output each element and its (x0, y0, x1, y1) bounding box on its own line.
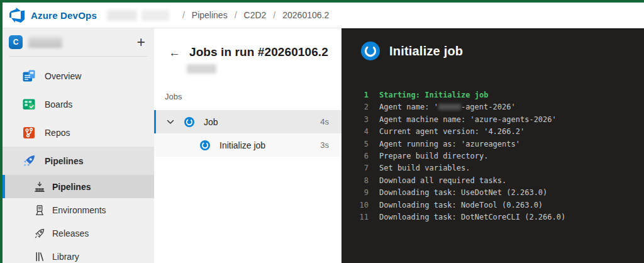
breadcrumb-pipelines[interactable]: Pipelines (192, 10, 228, 20)
job-label: Initialize job (219, 140, 265, 150)
top-bar: Azure DevOps / Pipelines / C2D2 / 202601… (3, 3, 644, 28)
sidebar-item-label: Overview (45, 71, 81, 81)
log-line: 8 Download all required tasks. (341, 175, 644, 187)
jobs-run-panel: ← Jobs in run #20260106.2 Jobs Job 4s (154, 28, 341, 263)
line-text: Downloading task: NodeTool (0.263.0) (379, 199, 543, 211)
azure-devops-logo-icon[interactable] (9, 8, 25, 23)
log-line: 11 Downloading task: DotNetCoreCLI (2.26… (341, 211, 644, 223)
project-avatar[interactable]: C (9, 35, 23, 49)
line-text: Downloading task: DotNetCoreCLI (2.266.0… (379, 211, 565, 223)
job-duration: 4s (320, 117, 341, 126)
sidebar-item-repos[interactable]: Repos (3, 118, 154, 147)
log-output[interactable]: 1 Starting: Initialize job 2 Agent name:… (341, 89, 644, 223)
breadcrumb-separator: / (266, 10, 282, 20)
repos-icon (21, 125, 36, 140)
log-line: 6 Prepare build directory. (341, 150, 644, 162)
log-panel: Initialize job 1 Starting: Initialize jo… (341, 28, 644, 263)
line-text: Download all required tasks. (379, 175, 506, 187)
sidebar-item-label: Boards (45, 99, 72, 109)
sidebar-subitem-label: Releases (52, 228, 89, 238)
breadcrumb-separator: / (228, 10, 244, 20)
capture-frame-left (0, 0, 3, 263)
sidebar-item-label: Pipelines (45, 156, 83, 166)
line-number: 8 (341, 175, 369, 187)
pipelines-rocket-icon (21, 154, 36, 169)
breadcrumb-pipeline-name[interactable]: C2D2 (244, 10, 267, 20)
redacted-agent-name (438, 104, 461, 110)
sidebar-subitem-label: Pipelines (52, 182, 91, 192)
line-number: 6 (341, 150, 369, 162)
line-number: 11 (341, 211, 369, 223)
pipelines-subnav-icon (34, 181, 45, 193)
job-status-icon (200, 140, 210, 150)
log-line: 9 Downloading task: UseDotNet (2.263.0) (341, 187, 644, 199)
line-text: Starting: Initialize job (379, 89, 488, 101)
sidebar-item-boards[interactable]: Boards (3, 90, 154, 118)
app-window: Azure DevOps / Pipelines / C2D2 / 202601… (0, 0, 644, 263)
line-number: 2 (341, 101, 369, 113)
line-text: Current agent version: '4.266.2' (379, 126, 525, 138)
log-line: 3 Agent machine name: 'azure-agents-2026… (341, 114, 644, 126)
brand-title[interactable]: Azure DevOps (31, 10, 97, 21)
redacted-project-name (28, 36, 62, 48)
jobs-section-label: Jobs (165, 92, 341, 101)
line-number: 9 (341, 187, 369, 199)
line-number: 4 (341, 126, 369, 138)
log-line: 1 Starting: Initialize job (341, 89, 644, 101)
breadcrumb-separator: / (175, 10, 192, 20)
line-number: 10 (341, 199, 369, 211)
boards-icon (21, 97, 36, 112)
job-duration: 3s (320, 140, 341, 150)
back-arrow-icon[interactable]: ← (169, 47, 180, 59)
log-line: 4 Current agent version: '4.266.2' (341, 126, 644, 138)
line-text: Set build variables. (379, 162, 470, 174)
overview-icon (21, 69, 36, 84)
job-row-initialize-job[interactable]: Initialize job 3s (154, 133, 341, 157)
log-panel-title: Initialize job (389, 44, 463, 59)
log-line: 10 Downloading task: NodeTool (0.263.0) (341, 199, 644, 211)
sidebar-subitem-environments[interactable]: Environments (3, 198, 154, 221)
sidebar-subitem-pipelines[interactable]: Pipelines (3, 175, 154, 198)
log-line: 5 Agent running as: 'azureagents' (341, 138, 644, 150)
log-line: 2 Agent name: '-agent-2026' (341, 101, 644, 113)
redacted-org-name (107, 10, 169, 21)
chevron-down-icon[interactable] (167, 120, 174, 125)
line-text: Downloading task: UseDotNet (2.263.0) (379, 187, 547, 199)
line-number: 3 (341, 114, 369, 126)
project-switcher[interactable]: C + (3, 28, 154, 56)
sidebar-item-label: Repos (45, 128, 70, 138)
page-title: Jobs in run #20260106.2 (189, 45, 328, 59)
line-text: Agent machine name: 'azure-agents-2026' (379, 114, 557, 126)
sidebar-item-pipelines[interactable]: Pipelines (3, 147, 154, 175)
breadcrumb: / Pipelines / C2D2 / 20260106.2 (175, 10, 329, 20)
plus-icon[interactable]: + (137, 35, 145, 50)
line-number: 1 (341, 89, 369, 101)
line-number: 5 (341, 138, 369, 150)
sidebar-subitem-releases[interactable]: Releases (3, 221, 154, 245)
environments-icon (34, 204, 45, 216)
job-label: Job (204, 117, 218, 127)
library-icon (34, 251, 45, 262)
line-text: Prepare build directory. (379, 150, 488, 162)
line-number: 7 (341, 162, 369, 174)
job-row-job[interactable]: Job 4s (154, 110, 341, 133)
job-status-icon (184, 117, 194, 127)
log-job-status-icon (361, 42, 380, 60)
log-line: 7 Set build variables. (341, 162, 644, 174)
sidebar-divider (9, 56, 148, 57)
releases-rocket-icon (34, 228, 45, 239)
capture-frame-top (0, 0, 644, 3)
line-text: Agent name: '-agent-2026' (379, 101, 516, 113)
sidebar-item-overview[interactable]: Overview (3, 62, 154, 90)
project-sidebar: C + Overview (3, 28, 154, 263)
line-text: Agent running as: 'azureagents' (379, 138, 520, 150)
sidebar-subitem-label: Library (52, 252, 79, 262)
sidebar-subitem-library[interactable]: Library (3, 245, 154, 263)
redacted-run-subtitle (187, 64, 216, 74)
sidebar-subitem-label: Environments (52, 205, 106, 215)
breadcrumb-run-number[interactable]: 20260106.2 (282, 10, 329, 20)
